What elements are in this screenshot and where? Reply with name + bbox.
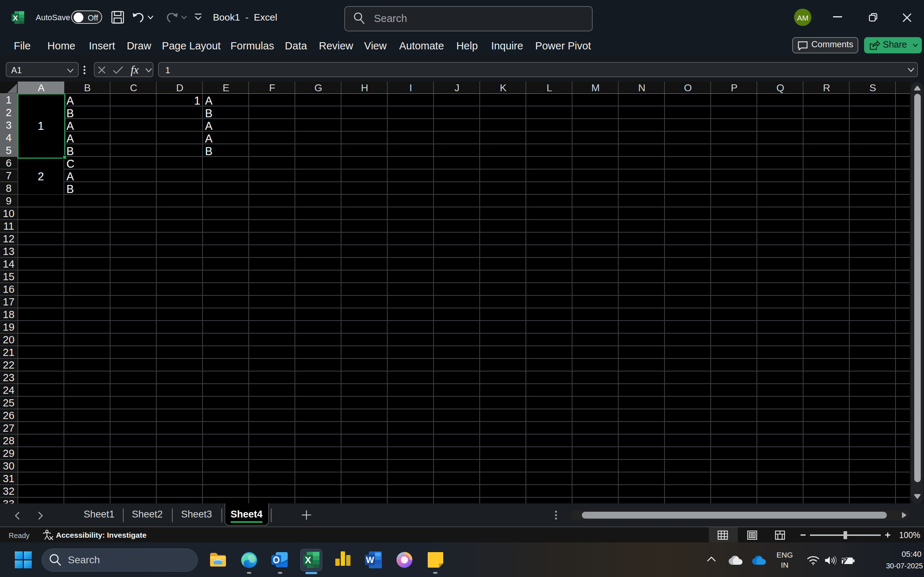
svg-text:X: X [13, 14, 18, 22]
svg-text:X: X [305, 554, 312, 566]
svg-text:W: W [366, 555, 374, 565]
